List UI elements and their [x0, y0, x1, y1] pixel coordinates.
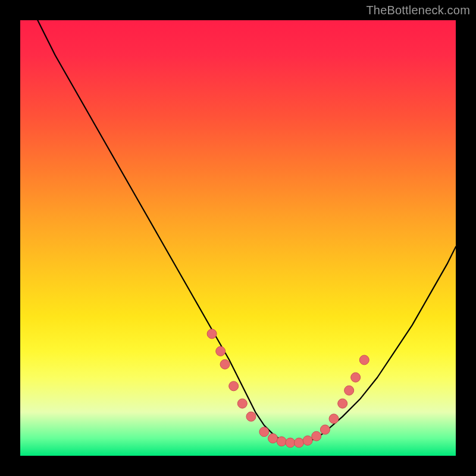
plot-area [20, 20, 456, 456]
chart-frame: TheBottleneck.com [0, 0, 476, 476]
data-point [229, 381, 239, 391]
data-point [237, 399, 247, 408]
data-point [303, 436, 312, 445]
data-point [320, 425, 330, 434]
data-point [294, 438, 303, 447]
data-point [216, 346, 226, 356]
data-point [268, 434, 278, 443]
data-point [246, 412, 256, 421]
data-point [220, 359, 230, 369]
data-point [338, 399, 347, 408]
data-point [329, 414, 339, 424]
data-point [277, 437, 286, 446]
data-point [259, 427, 269, 437]
data-point [207, 329, 217, 339]
data-point [359, 355, 369, 365]
bottleneck-curve-svg [20, 20, 456, 456]
data-point [351, 372, 361, 382]
data-point [345, 386, 354, 395]
data-point [312, 431, 321, 441]
bottleneck-curve-path [37, 20, 456, 443]
data-point [286, 438, 295, 447]
watermark-text: TheBottleneck.com [366, 4, 470, 17]
data-points-group [207, 329, 369, 447]
